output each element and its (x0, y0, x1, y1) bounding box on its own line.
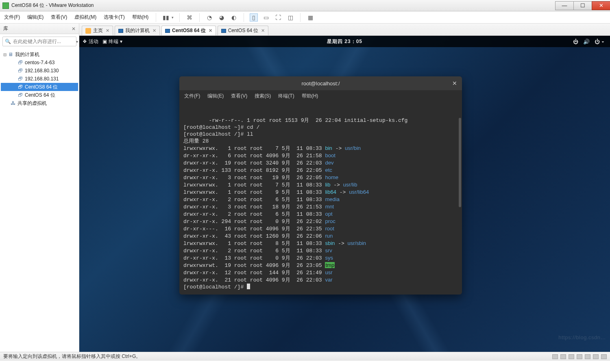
search-icon: 🔍 (5, 39, 11, 44)
network-icon[interactable]: ⏻̶ (573, 39, 578, 45)
menu-help[interactable]: 帮助(H) (131, 13, 150, 22)
terminal-titlebar[interactable]: root@localhost:/ ✕ (179, 76, 462, 90)
tree-item-selected[interactable]: 🗗CentOS8 64 位 (1, 83, 78, 91)
tree-item[interactable]: 🗗centos-7.4-63 (1, 58, 78, 67)
volume-icon[interactable]: 🔊 (583, 39, 590, 45)
close-icon[interactable]: ✕ (261, 28, 265, 33)
vm-display[interactable]: ❖ 活动 ▣ 终端 ▾ 星期四 23：05 ⏻̶ 🔊 ⏻ ▾ root@loca… (79, 36, 610, 352)
app-icon (2, 2, 9, 9)
thumbnail-icon[interactable]: ▦ (306, 13, 314, 22)
pause-icon[interactable]: ▮▮ (162, 13, 170, 22)
tab-centos8[interactable]: CentOS8 64 位✕ (161, 26, 216, 35)
window-title: CentOS8 64 位 - VMware Workstation (11, 2, 94, 9)
status-text: 要将输入定向到该虚拟机，请将鼠标指针移入其中或按 Ctrl+G。 (3, 353, 141, 360)
view-multi-icon[interactable]: ▭ (262, 13, 270, 22)
tree-item[interactable]: 🗗CentOS 64 位 (1, 91, 78, 99)
power-icon[interactable]: ⏻ ▾ (595, 39, 604, 45)
sidebar-close-icon[interactable]: ✕ (72, 26, 76, 32)
close-icon[interactable]: ✕ (452, 80, 457, 87)
maximize-button[interactable]: ☐ (573, 1, 592, 10)
minimize-button[interactable]: — (555, 1, 574, 10)
menu-edit[interactable]: 编辑(E) (26, 13, 45, 22)
tab-home[interactable]: 主页✕ (82, 26, 113, 35)
menu-vm[interactable]: 虚拟机(M) (73, 13, 98, 22)
terminal-window[interactable]: root@localhost:/ ✕ 文件(F) 编辑(E) 查看(V) 搜索(… (179, 76, 462, 295)
window-titlebar: CentOS8 64 位 - VMware Workstation — ☐ ✕ (0, 0, 610, 11)
menu-file[interactable]: 文件(F) (2, 13, 22, 22)
close-button[interactable]: ✕ (592, 1, 610, 10)
term-menu-help[interactable]: 帮助(H) (302, 93, 318, 100)
home-icon (85, 28, 91, 34)
menubar: 文件(F) 编辑(E) 查看(V) 虚拟机(M) 选项卡(T) 帮助(H) ▮▮… (0, 11, 610, 24)
tab-mycomputer[interactable]: 我的计算机✕ (115, 26, 160, 35)
snapshot-icon[interactable]: ◔ (205, 13, 214, 22)
search-input[interactable] (13, 39, 74, 44)
search-box[interactable]: 🔍 ▾ (2, 37, 76, 46)
monitor-icon (221, 29, 226, 33)
device-icon[interactable] (585, 354, 590, 359)
device-icon[interactable] (560, 354, 566, 359)
unity-icon[interactable]: ◫ (286, 13, 294, 22)
activities-button[interactable]: ❖ 活动 (83, 38, 98, 45)
gnome-topbar: ❖ 活动 ▣ 终端 ▾ 星期四 23：05 ⏻̶ 🔊 ⏻ ▾ (79, 36, 610, 47)
chevron-down-icon[interactable]: ▾ (172, 15, 174, 20)
close-icon[interactable]: ✕ (152, 28, 156, 33)
revert-icon[interactable]: ◐ (230, 13, 238, 22)
tree-item[interactable]: 🗗192.168.80.131 (1, 75, 78, 83)
status-bar: 要将输入定向到该虚拟机，请将鼠标指针移入其中或按 Ctrl+G。 (0, 352, 610, 361)
terminal-app-button[interactable]: ▣ 终端 ▾ (102, 38, 122, 45)
tree-shared[interactable]: 🖧共享的虚拟机 (1, 99, 78, 107)
send-key-icon[interactable]: ⌘ (185, 13, 194, 22)
close-icon[interactable]: ✕ (209, 28, 212, 33)
fullscreen-icon[interactable]: ⛶ (274, 13, 282, 22)
library-tree: ⊟🖥我的计算机 🗗centos-7.4-63 🗗192.168.80.130 🗗… (0, 49, 79, 109)
tab-strip: 主页✕ 我的计算机✕ CentOS8 64 位✕ CentOS 64 位✕ (79, 24, 610, 36)
chevron-down-icon[interactable]: ▾ (76, 39, 78, 44)
device-icon[interactable] (593, 354, 599, 359)
tree-item[interactable]: 🗗192.168.80.130 (1, 67, 78, 75)
watermark: https://blog.csdn… (558, 334, 606, 340)
monitor-icon (165, 29, 170, 33)
menu-tabs[interactable]: 选项卡(T) (102, 13, 126, 22)
terminal-body[interactable]: -rw-r--r--. 1 root root 1513 9月 26 22:04… (179, 102, 462, 295)
monitor-icon (118, 29, 123, 33)
sidebar-title: 库 (3, 25, 8, 32)
terminal-title: root@localhost:/ (301, 80, 340, 87)
device-icon[interactable] (569, 354, 574, 359)
menu-view[interactable]: 查看(V) (49, 13, 69, 22)
term-menu-file[interactable]: 文件(F) (184, 93, 200, 100)
status-tray (552, 354, 607, 359)
library-sidebar: 库 ✕ 🔍 ▾ ⊟🖥我的计算机 🗗centos-7.4-63 🗗192.168.… (0, 24, 79, 352)
device-icon[interactable] (601, 354, 607, 359)
tab-centos[interactable]: CentOS 64 位✕ (218, 26, 269, 35)
device-icon[interactable] (552, 354, 558, 359)
terminal-menubar: 文件(F) 编辑(E) 查看(V) 搜索(S) 终端(T) 帮助(H) (179, 90, 462, 102)
scrollbar[interactable] (459, 118, 461, 207)
term-menu-term[interactable]: 终端(T) (278, 93, 294, 100)
close-icon[interactable]: ✕ (106, 28, 109, 33)
term-menu-view[interactable]: 查看(V) (231, 93, 247, 100)
snapshot-manager-icon[interactable]: ◕ (218, 13, 226, 22)
device-icon[interactable] (577, 354, 582, 359)
clock[interactable]: 星期四 23：05 (327, 38, 362, 45)
term-menu-edit[interactable]: 编辑(E) (207, 93, 224, 100)
term-menu-search[interactable]: 搜索(S) (255, 93, 271, 100)
view-single-icon[interactable]: ▯ (250, 13, 258, 22)
tree-root[interactable]: ⊟🖥我的计算机 (1, 50, 78, 58)
